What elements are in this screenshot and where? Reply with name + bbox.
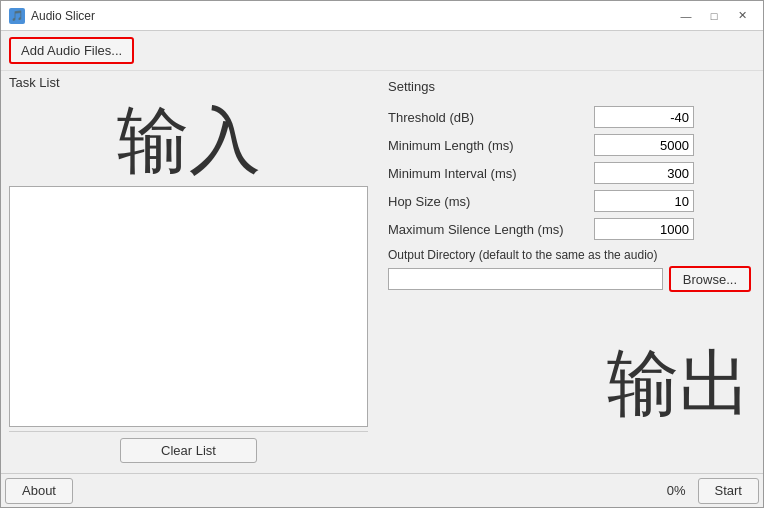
progress-text: 0% [659, 483, 694, 498]
max-silence-input[interactable] [594, 218, 694, 240]
main-content: Task List 输入 Clear List Settings Thresho… [1, 71, 763, 473]
chinese-input-label: 输入 [9, 94, 368, 186]
setting-row-min-length: Minimum Length (ms) [388, 134, 751, 156]
output-dir-row: Browse... [388, 266, 751, 292]
max-silence-label: Maximum Silence Length (ms) [388, 222, 588, 237]
clear-list-bar: Clear List [9, 431, 368, 469]
window-title: Audio Slicer [31, 9, 95, 23]
min-interval-label: Minimum Interval (ms) [388, 166, 588, 181]
right-panel: Settings Threshold (dB) Minimum Length (… [376, 71, 763, 473]
hop-size-input[interactable] [594, 190, 694, 212]
status-bar: About 0% Start [1, 473, 763, 507]
title-bar: 🎵 Audio Slicer — □ ✕ [1, 1, 763, 31]
output-dir-input[interactable] [388, 268, 663, 290]
settings-label: Settings [388, 79, 751, 94]
output-dir-section: Output Directory (default to the same as… [388, 248, 751, 292]
add-audio-button[interactable]: Add Audio Files... [9, 37, 134, 64]
setting-row-max-silence: Maximum Silence Length (ms) [388, 218, 751, 240]
app-icon: 🎵 [9, 8, 25, 24]
about-button[interactable]: About [5, 478, 73, 504]
chinese-output-label: 输出 [388, 300, 751, 465]
threshold-label: Threshold (dB) [388, 110, 588, 125]
min-interval-input[interactable] [594, 162, 694, 184]
min-length-label: Minimum Length (ms) [388, 138, 588, 153]
close-button[interactable]: ✕ [729, 6, 755, 26]
maximize-button[interactable]: □ [701, 6, 727, 26]
start-button[interactable]: Start [698, 478, 759, 504]
clear-list-button[interactable]: Clear List [120, 438, 257, 463]
browse-button[interactable]: Browse... [669, 266, 751, 292]
hop-size-label: Hop Size (ms) [388, 194, 588, 209]
task-list-label: Task List [9, 75, 368, 90]
threshold-input[interactable] [594, 106, 694, 128]
main-window: 🎵 Audio Slicer — □ ✕ Add Audio Files... … [0, 0, 764, 508]
toolbar: Add Audio Files... [1, 31, 763, 71]
minimize-button[interactable]: — [673, 6, 699, 26]
setting-row-hop-size: Hop Size (ms) [388, 190, 751, 212]
left-panel-inner: 输入 [9, 94, 368, 431]
settings-grid: Threshold (dB) Minimum Length (ms) Minim… [388, 106, 751, 240]
title-bar-left: 🎵 Audio Slicer [9, 8, 95, 24]
min-length-input[interactable] [594, 134, 694, 156]
left-panel: Task List 输入 Clear List [1, 71, 376, 473]
title-bar-controls: — □ ✕ [673, 6, 755, 26]
setting-row-threshold: Threshold (dB) [388, 106, 751, 128]
task-list-box[interactable] [9, 186, 368, 427]
setting-row-min-interval: Minimum Interval (ms) [388, 162, 751, 184]
output-dir-label: Output Directory (default to the same as… [388, 248, 751, 262]
